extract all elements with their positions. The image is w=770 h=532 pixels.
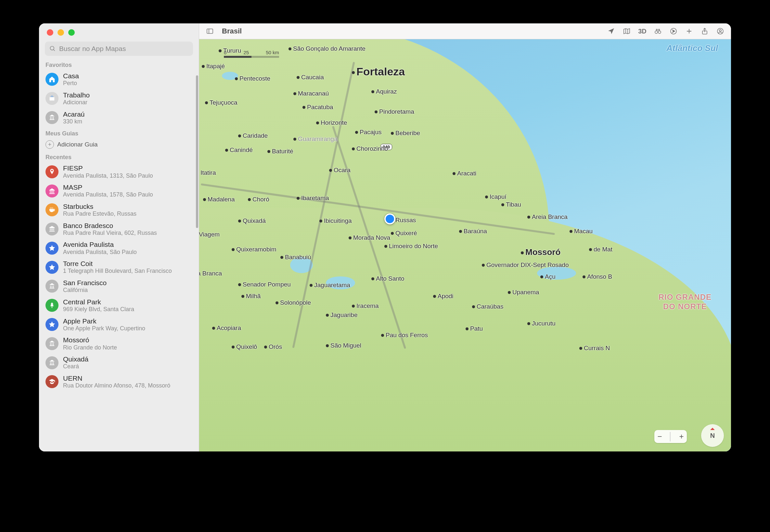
city-label[interactable]: Viagem: [199, 231, 220, 238]
scrollbar[interactable]: [196, 75, 198, 228]
city-label[interactable]: Apodi: [433, 293, 454, 300]
city-label[interactable]: Ocara: [329, 167, 350, 174]
city-label[interactable]: Açu: [540, 273, 556, 280]
look-around-button[interactable]: [652, 26, 663, 36]
zoom-in-button[interactable]: +: [679, 432, 684, 441]
toggle-sidebar-button[interactable]: [204, 26, 215, 36]
city-label[interactable]: Aquiraz: [371, 88, 397, 95]
list-item[interactable]: Central Park 969 Kiely Blvd, Santa Clara: [39, 296, 199, 315]
city-label[interactable]: Pindoretama: [374, 108, 414, 115]
add-guide-button[interactable]: + Adicionar Guia: [39, 138, 199, 151]
city-label[interactable]: Afonso B: [583, 273, 612, 280]
city-label[interactable]: Itapajé: [202, 63, 225, 70]
city-label[interactable]: Aracati: [453, 170, 476, 177]
list-item[interactable]: MASP Avenida Paulista, 1578, São Paulo: [39, 181, 199, 200]
city-label[interactable]: de Mat: [589, 246, 612, 253]
list-item[interactable]: San Francisco Califórnia: [39, 277, 199, 296]
city-label[interactable]: Guaramiranga: [293, 135, 337, 143]
city-label[interactable]: Senador Pompeu: [238, 281, 291, 288]
city-label[interactable]: Banabuiú: [280, 254, 311, 261]
city-label[interactable]: Jaguaretama: [309, 282, 350, 289]
share-button[interactable]: [699, 26, 710, 36]
city-label[interactable]: Tejuçuoca: [205, 99, 237, 106]
city-label[interactable]: Ibicuitinga: [319, 217, 352, 224]
city-label[interactable]: Macau: [570, 228, 593, 235]
city-label[interactable]: Itatira: [199, 169, 216, 176]
city-label[interactable]: Orós: [264, 343, 282, 350]
city-label[interactable]: Beberibe: [391, 130, 420, 137]
city-label[interactable]: Pau dos Ferros: [381, 332, 428, 339]
city-label[interactable]: Baturité: [267, 148, 293, 155]
list-item[interactable]: Avenida Paulista Avenida Paulista, São P…: [39, 238, 199, 258]
city-label[interactable]: Limoeiro do Norte: [384, 243, 438, 250]
city-label[interactable]: Caridade: [238, 132, 268, 139]
city-label[interactable]: Upanema: [508, 289, 539, 296]
city-label[interactable]: Pentecoste: [235, 75, 270, 82]
city-label[interactable]: Caucaia: [297, 74, 324, 81]
city-label[interactable]: São Miguel: [326, 342, 361, 349]
list-item[interactable]: Quixadá Ceará: [39, 353, 199, 372]
city-label[interactable]: Areia Branca: [527, 213, 568, 221]
list-item[interactable]: UERN Rua Doutor Almino Afonso, 478, Moss…: [39, 372, 199, 391]
city-label[interactable]: Pacajus: [355, 129, 382, 136]
list-item[interactable]: Mossoró Rio Grande do Norte: [39, 334, 199, 353]
city-label[interactable]: Tibau: [501, 201, 521, 208]
list-item[interactable]: Starbucks Rua Padre Estevão, Russas: [39, 200, 199, 220]
list-item[interactable]: FIESP Avenida Paulista, 1313, São Paulo: [39, 162, 199, 181]
city-label[interactable]: Quixeramobim: [232, 246, 276, 253]
city-label[interactable]: Iracema: [352, 302, 379, 310]
city-label[interactable]: Caraúbas: [472, 303, 503, 310]
city-label[interactable]: Solonópole: [275, 299, 311, 306]
list-item[interactable]: Trabalho Adicionar: [39, 89, 199, 108]
account-button[interactable]: [715, 26, 726, 36]
item-subtitle: Rua Padre Estevão, Russas: [63, 210, 136, 218]
search-input[interactable]: Buscar no App Mapas: [45, 42, 193, 56]
city-label[interactable]: Choró: [248, 196, 269, 203]
city-label[interactable]: Madalena: [203, 196, 234, 203]
map-mode-button[interactable]: [621, 26, 632, 36]
city-label[interactable]: Patu: [466, 325, 483, 332]
svg-point-0: [50, 46, 54, 50]
list-item[interactable]: Banco Bradesco Rua Padre Raul Vieira, 60…: [39, 220, 199, 239]
city-label[interactable]: Milhã: [241, 293, 260, 300]
list-item[interactable]: Acaraú 330 km: [39, 108, 199, 127]
zoom-out-button[interactable]: −: [657, 432, 662, 441]
city-label[interactable]: a Branca: [199, 270, 222, 277]
minimize-icon[interactable]: [57, 29, 64, 36]
city-label[interactable]: Chorozinho: [352, 145, 388, 152]
city-label[interactable]: Pacatuba: [302, 104, 333, 111]
list-item[interactable]: Casa Perto: [39, 70, 199, 89]
city-label[interactable]: Quixeré: [391, 230, 417, 237]
add-button[interactable]: [684, 26, 695, 36]
svg-rect-2: [50, 97, 55, 101]
city-label[interactable]: Ibaretama: [297, 195, 329, 202]
city-label[interactable]: Acopiara: [212, 324, 241, 332]
city-label[interactable]: Quixadá: [238, 217, 266, 224]
compass[interactable]: N: [701, 424, 724, 447]
city-label[interactable]: Currais N: [579, 345, 610, 352]
city-label[interactable]: Alto Santo: [371, 275, 405, 282]
city-label[interactable]: Baraúna: [459, 228, 487, 235]
locate-button[interactable]: [606, 26, 617, 36]
svg-point-6: [658, 31, 661, 33]
fullscreen-icon[interactable]: [68, 29, 75, 36]
city-label-major[interactable]: Fortaleza: [352, 65, 405, 78]
close-icon[interactable]: [47, 29, 53, 36]
directions-button[interactable]: [668, 26, 679, 36]
city-label[interactable]: Jucurutu: [527, 320, 556, 327]
city-label[interactable]: Morada Nova: [348, 234, 390, 241]
city-label[interactable]: Quixelô: [232, 343, 257, 350]
city-label[interactable]: Horizonte: [316, 119, 347, 126]
city-label[interactable]: Governador DIX-Sept Rosado: [482, 261, 569, 269]
list-item[interactable]: Torre Coit 1 Telegraph Hill Boulevard, S…: [39, 258, 199, 277]
city-label[interactable]: Canindé: [225, 146, 253, 154]
city-label[interactable]: Jaguaribe: [326, 311, 357, 319]
city-label[interactable]: Maracanaú: [293, 90, 329, 97]
city-label[interactable]: Icapuí: [485, 193, 507, 200]
city-label[interactable]: São Gonçalo do Amarante: [288, 45, 365, 52]
list-item[interactable]: Apple Park One Apple Park Way, Cupertino: [39, 315, 199, 334]
3d-button[interactable]: 3D: [637, 26, 648, 36]
city-label-major[interactable]: Mossoró: [521, 247, 561, 257]
city-label[interactable]: Tururu: [219, 47, 241, 54]
map-canvas[interactable]: 0 25 50 km Atlântico Sul 040 FortalezaMo…: [199, 39, 731, 451]
